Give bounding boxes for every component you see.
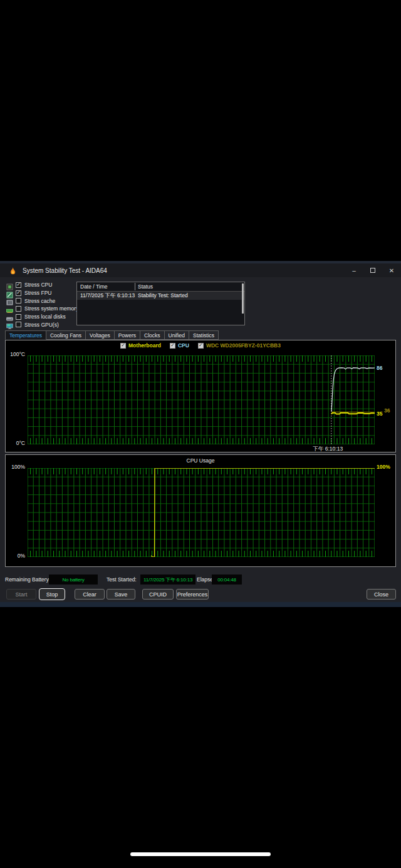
legend-label: Motherboard	[128, 342, 161, 349]
x-marker-label: 下午 6:10:13	[313, 446, 343, 453]
fpu-icon	[6, 290, 13, 297]
series-motherboard	[331, 413, 375, 414]
cpu-icon	[6, 282, 13, 288]
close-button[interactable]: Close	[367, 589, 396, 600]
checkbox[interactable]	[16, 298, 21, 304]
checkbox-checked[interactable]: ✓	[170, 343, 175, 349]
current-value-wdc-wd2005fbyz-01ycbb3: 36	[384, 407, 390, 414]
gpu-icon	[6, 321, 13, 328]
stress-option-row[interactable]: Stress cache	[6, 297, 75, 305]
aida64-stability-test-window: System Stability Test - AIDA64 – ✕ ✓Stre…	[0, 263, 401, 602]
chart-title: CPU Usage	[6, 457, 395, 464]
stress-option-label: Stress local disks	[24, 314, 66, 320]
memory-icon	[6, 305, 13, 312]
y-axis-top-label: 100°C	[10, 351, 25, 357]
tab-cooling-fans[interactable]: Cooling Fans	[46, 330, 86, 340]
cache-icon	[6, 297, 13, 304]
disk-icon	[6, 314, 13, 320]
maximize-icon[interactable]	[363, 263, 382, 277]
save-button[interactable]: Save	[107, 589, 135, 600]
test-started-value: 11/7/2025 下午 6:10:13	[140, 574, 195, 585]
chart-legend: ✓Motherboard✓CPU✓WDC WD2005FBYZ-01YCBB3	[6, 342, 395, 349]
elapsed-time-value: 00:04:48	[212, 574, 242, 585]
stress-option-label: Stress GPU(s)	[24, 322, 59, 328]
window-controls: – ✕	[345, 263, 401, 277]
cpuid-button[interactable]: CPUID	[142, 589, 174, 600]
temperature-chart-panel: ✓Motherboard✓CPU✓WDC WD2005FBYZ-01YCBB3 …	[5, 340, 396, 452]
tab-voltages[interactable]: Voltages	[86, 330, 115, 340]
y-axis-top-label: 100%	[11, 464, 25, 470]
titlebar[interactable]: System Stability Test - AIDA64 – ✕	[0, 263, 401, 277]
stress-option-row[interactable]: ✓Stress FPU	[6, 289, 75, 297]
log-table-row[interactable]: 11/7/2025 下午 6:10:13Stability Test: Star…	[77, 292, 244, 300]
checkbox-checked[interactable]: ✓	[16, 290, 21, 296]
action-buttons: Start Stop Clear Save CPUID Preferences …	[0, 588, 401, 601]
stress-option-row[interactable]: Stress GPU(s)	[6, 320, 75, 329]
stress-option-row[interactable]: Stress system memory	[6, 305, 75, 313]
cpu-usage-chart-panel: CPU Usage 100% 0% 100%	[5, 454, 396, 567]
stress-option-label: Stress CPU	[24, 282, 52, 288]
table-scrollbar[interactable]	[242, 283, 244, 314]
cpu-usage-chart	[28, 468, 375, 557]
tab-unified[interactable]: Unified	[165, 330, 189, 340]
checkbox[interactable]	[16, 314, 21, 320]
legend-label: CPU	[178, 342, 189, 349]
current-value-motherboard: 35	[377, 411, 382, 417]
tab-bar: TemperaturesCooling FansVoltagesPowersCl…	[5, 330, 219, 340]
preferences-button[interactable]: Preferences	[176, 589, 209, 600]
current-value-cpu: 86	[377, 365, 382, 371]
tab-powers[interactable]: Powers	[115, 330, 140, 340]
legend-item[interactable]: ✓Motherboard	[120, 342, 161, 349]
y-axis-bottom-label: 0°C	[16, 440, 25, 446]
close-icon[interactable]: ✕	[382, 263, 401, 277]
status-bar: Remaining Battery: No battery Test Start…	[0, 574, 401, 586]
clear-button[interactable]: Clear	[75, 589, 105, 600]
phone-screen: System Stability Test - AIDA64 – ✕ ✓Stre…	[0, 0, 401, 868]
stress-options-list: ✓Stress CPU✓Stress FPUStress cacheStress…	[6, 281, 75, 329]
right-value-label: 100%	[377, 464, 390, 470]
legend-item[interactable]: ✓WDC WD2005FBYZ-01YCBB3	[198, 342, 281, 349]
stress-option-row[interactable]: Stress local disks	[6, 313, 75, 321]
battery-value: No battery	[49, 574, 98, 585]
event-log-table: Date / Time Status 11/7/2025 下午 6:10:13S…	[76, 282, 245, 325]
y-axis-bottom-label: 0%	[18, 553, 25, 559]
flame-icon	[9, 267, 17, 275]
tab-temperatures[interactable]: Temperatures	[5, 330, 46, 340]
stress-option-row[interactable]: ✓Stress CPU	[6, 281, 75, 289]
taskbar-edge-strip	[0, 602, 401, 607]
home-indicator[interactable]	[130, 852, 271, 856]
stress-option-label: Stress FPU	[24, 290, 51, 296]
legend-label: WDC WD2005FBYZ-01YCBB3	[206, 342, 281, 349]
column-divider[interactable]	[135, 283, 135, 290]
legend-item[interactable]: ✓CPU	[170, 342, 189, 349]
column-header-status[interactable]: Status	[138, 283, 153, 290]
log-status: Stability Test: Started	[138, 292, 188, 299]
checkbox-checked[interactable]: ✓	[198, 343, 204, 349]
checkbox[interactable]	[16, 322, 21, 327]
stress-option-label: Stress cache	[24, 298, 55, 304]
tab-clocks[interactable]: Clocks	[140, 330, 165, 340]
minimize-icon[interactable]: –	[345, 263, 363, 277]
test-started-label: Test Started:	[107, 576, 137, 583]
checkbox[interactable]	[16, 306, 21, 312]
log-datetime: 11/7/2025 下午 6:10:13	[80, 292, 135, 300]
temperature-chart	[28, 355, 375, 444]
series-cpu	[331, 368, 375, 412]
battery-label: Remaining Battery:	[5, 576, 50, 583]
log-rows: 11/7/2025 下午 6:10:13Stability Test: Star…	[77, 292, 244, 300]
stop-button[interactable]: Stop	[39, 588, 65, 600]
checkbox-checked[interactable]: ✓	[120, 343, 126, 349]
checkbox-checked[interactable]: ✓	[16, 282, 21, 288]
window-content: ✓Stress CPU✓Stress FPUStress cacheStress…	[0, 277, 401, 602]
start-button[interactable]: Start	[6, 589, 36, 600]
column-header-datetime[interactable]: Date / Time	[80, 283, 107, 290]
tab-statistics[interactable]: Statistics	[189, 330, 219, 340]
window-title: System Stability Test - AIDA64	[23, 267, 107, 274]
stress-option-label: Stress system memory	[24, 305, 78, 312]
log-table-header: Date / Time Status	[77, 282, 244, 292]
